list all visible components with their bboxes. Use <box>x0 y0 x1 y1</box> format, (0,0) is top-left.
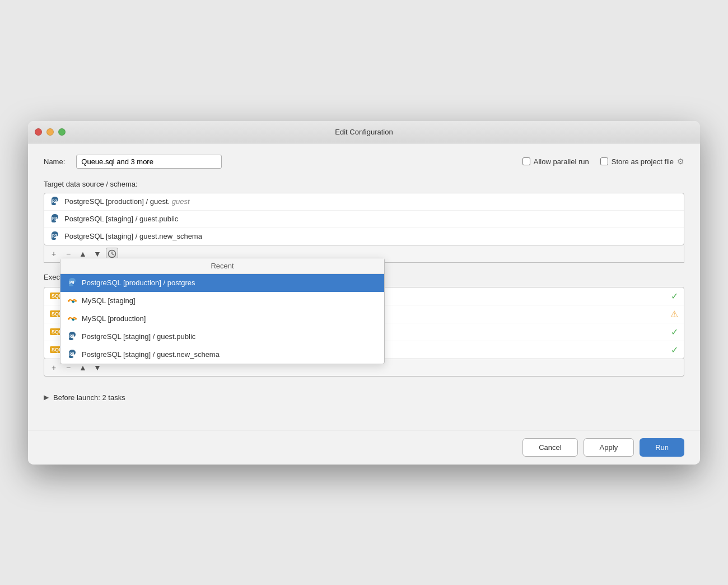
dropdown-item-label-1: MySQL [staging] <box>82 296 136 305</box>
allow-parallel-label: Allow parallel run <box>534 157 589 166</box>
dropdown-item-4[interactable]: pg PostgreSQL [staging] / guest.new_sche… <box>60 346 384 364</box>
name-input[interactable] <box>76 155 222 169</box>
allow-parallel-item: Allow parallel run <box>522 157 589 166</box>
svg-text:pg: pg <box>52 233 57 238</box>
mysql-icon <box>67 314 77 324</box>
dropdown-item-3[interactable]: pg PostgreSQL [staging] / guest.public <box>60 328 384 346</box>
status-warn-icon-1: ⚠ <box>670 309 678 319</box>
datasource-row[interactable]: pg PostgreSQL [production] / guest. gues… <box>44 193 684 211</box>
close-button[interactable] <box>35 128 42 136</box>
footer: Cancel Apply Run <box>28 430 700 465</box>
datasource-row[interactable]: pg PostgreSQL [staging] / guest.public <box>44 211 684 228</box>
svg-point-17 <box>69 284 73 286</box>
svg-point-10 <box>52 238 56 240</box>
before-launch-expand-icon[interactable]: ▶ <box>44 393 49 401</box>
store-project-label: Store as project file <box>612 157 674 166</box>
dropdown-item-0[interactable]: pg PostgreSQL [production] / postgres <box>60 274 384 292</box>
dropdown-item-1[interactable]: MySQL [staging] <box>60 292 384 310</box>
clock-icon <box>108 249 116 258</box>
apply-button[interactable]: Apply <box>584 438 634 457</box>
target-section-label: Target data source / schema: <box>44 180 684 188</box>
datasource-text-1: PostgreSQL [production] / guest. guest <box>64 197 190 206</box>
gear-icon[interactable]: ⚙ <box>677 157 684 166</box>
status-ok-icon-2: ✓ <box>671 327 678 337</box>
svg-point-6 <box>52 220 56 222</box>
status-ok-icon-3: ✓ <box>671 345 678 355</box>
add-datasource-button[interactable]: + <box>48 248 60 260</box>
name-label: Name: <box>44 157 65 166</box>
svg-text:pg: pg <box>52 198 57 203</box>
postgresql-icon: pg <box>50 197 60 207</box>
run-button[interactable]: Run <box>640 438 684 457</box>
dropdown-item-label-4: PostgreSQL [staging] / guest.new_schema <box>82 350 220 359</box>
datasource-toolbar: + − ▲ ▼ Recent <box>44 245 684 263</box>
dropdown-item-label-2: MySQL [production] <box>82 314 146 323</box>
maximize-button[interactable] <box>58 128 66 136</box>
datasource-row[interactable]: pg PostgreSQL [staging] / guest.new_sche… <box>44 228 684 245</box>
status-ok-icon-0: ✓ <box>671 291 678 301</box>
dropdown-item-label-0: PostgreSQL [production] / postgres <box>82 278 195 287</box>
add-script-button[interactable]: + <box>48 361 60 374</box>
minimize-button[interactable] <box>46 128 54 136</box>
main-content: Name: Allow parallel run Store as projec… <box>28 143 700 430</box>
svg-point-19 <box>68 300 70 302</box>
allow-parallel-checkbox[interactable] <box>522 157 530 165</box>
postgresql-icon: pg <box>67 350 77 360</box>
before-launch-label: Before launch: 2 tasks <box>53 393 125 402</box>
svg-point-21 <box>68 318 70 320</box>
dropdown-header: Recent <box>60 258 384 274</box>
svg-point-20 <box>75 300 77 302</box>
store-project-checkbox[interactable] <box>600 157 608 165</box>
svg-point-29 <box>69 356 73 358</box>
svg-text:pg: pg <box>69 351 74 356</box>
datasource-text-3: PostgreSQL [staging] / guest.new_schema <box>64 232 202 240</box>
svg-point-25 <box>69 338 73 340</box>
recent-dropdown: Recent pg PostgreSQL [production] / post… <box>60 258 385 364</box>
titlebar: Edit Configuration <box>28 121 700 143</box>
mysql-icon <box>67 296 77 306</box>
postgresql-icon: pg <box>67 332 77 342</box>
window-title: Edit Configuration <box>335 128 393 136</box>
before-launch-section: ▶ Before launch: 2 tasks <box>44 393 684 402</box>
name-row: Name: Allow parallel run Store as projec… <box>44 155 684 169</box>
datasource-box: pg PostgreSQL [production] / guest. gues… <box>44 193 684 245</box>
dropdown-item-2[interactable]: MySQL [production] <box>60 310 384 328</box>
store-project-item: Store as project file ⚙ <box>600 157 684 166</box>
traffic-lights <box>35 128 66 136</box>
svg-text:pg: pg <box>69 333 74 338</box>
dropdown-item-label-3: PostgreSQL [staging] / guest.public <box>82 332 195 341</box>
datasource-text-2: PostgreSQL [staging] / guest.public <box>64 215 178 223</box>
postgresql-icon: pg <box>67 278 77 288</box>
svg-line-14 <box>112 254 114 255</box>
svg-text:pg: pg <box>52 216 57 220</box>
postgresql-icon: pg <box>50 231 60 242</box>
window: Edit Configuration Name: Allow parallel … <box>28 121 700 465</box>
postgresql-icon: pg <box>50 214 60 224</box>
svg-text:pg: pg <box>69 280 74 284</box>
checkbox-group: Allow parallel run Store as project file… <box>522 157 684 166</box>
svg-point-22 <box>75 318 77 320</box>
cancel-button[interactable]: Cancel <box>522 438 577 457</box>
svg-point-2 <box>52 203 56 205</box>
